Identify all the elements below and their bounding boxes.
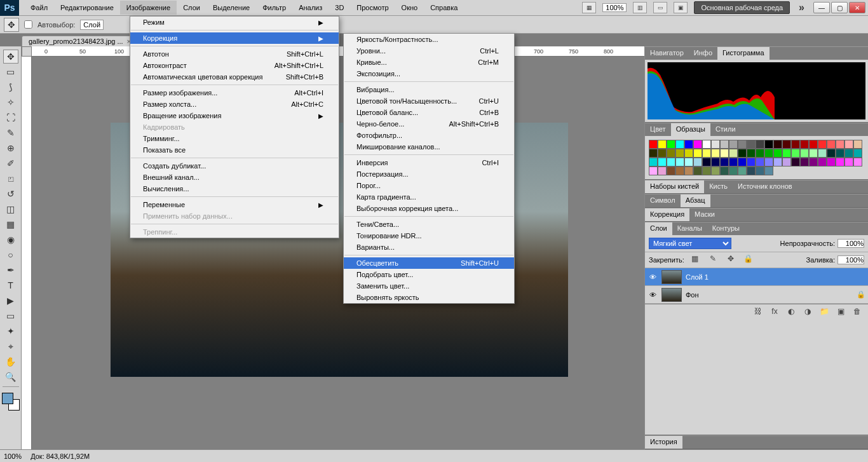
window-maximize-button[interactable]: ▢ xyxy=(831,2,848,13)
3d-tool[interactable]: ✦ xyxy=(3,324,18,338)
autoselect-field[interactable]: Слой xyxy=(80,20,104,30)
swatch[interactable] xyxy=(658,140,667,149)
swatch[interactable] xyxy=(693,149,702,158)
swatch[interactable] xyxy=(773,149,782,158)
layer-style-icon[interactable]: fx xyxy=(768,307,782,318)
menu-entry[interactable]: Тени/Света... xyxy=(344,219,514,230)
panel-tab[interactable]: Инфо xyxy=(689,47,717,60)
swatch[interactable] xyxy=(658,166,667,175)
foreground-color[interactable] xyxy=(2,393,13,404)
panel-tab[interactable]: Контуры xyxy=(707,222,745,235)
menu-entry[interactable]: Порог... xyxy=(344,180,514,191)
menu-entry[interactable]: Показать все xyxy=(130,144,339,156)
menu-entry[interactable]: Постеризация... xyxy=(344,168,514,180)
panel-tab[interactable]: Стили xyxy=(710,123,741,136)
menu-фильтр[interactable]: Фильтр xyxy=(256,1,292,15)
menu-entry[interactable]: Подобрать цвет... xyxy=(344,269,514,280)
menu-entry[interactable]: Размер изображения...Alt+Ctrl+I xyxy=(130,87,339,99)
menu-entry[interactable]: Варианты... xyxy=(344,241,514,253)
eyedropper-tool[interactable]: ✎ xyxy=(3,126,18,140)
swatch[interactable] xyxy=(844,140,853,149)
window-close-button[interactable]: ✕ xyxy=(849,2,865,13)
delete-layer-icon[interactable]: 🗑 xyxy=(850,307,864,318)
swatch[interactable] xyxy=(702,149,711,158)
swatch[interactable] xyxy=(791,158,800,166)
lock-transparency-icon[interactable]: ▦ xyxy=(688,254,702,266)
panel-tab[interactable]: Источник клонов xyxy=(733,180,797,193)
swatch[interactable] xyxy=(738,140,747,149)
swatch[interactable] xyxy=(756,158,764,166)
swatch[interactable] xyxy=(711,158,720,166)
swatch[interactable] xyxy=(675,140,684,149)
swatch[interactable] xyxy=(747,158,756,166)
swatch[interactable] xyxy=(747,166,756,175)
swatch[interactable] xyxy=(667,140,675,149)
blend-mode-select[interactable]: Мягкий свет xyxy=(649,238,731,249)
menu-entry[interactable]: Тримминг... xyxy=(130,133,339,144)
swatch[interactable] xyxy=(844,149,853,158)
swatch[interactable] xyxy=(747,149,756,158)
swatch[interactable] xyxy=(827,149,836,158)
swatch[interactable] xyxy=(711,149,720,158)
swatch[interactable] xyxy=(827,140,836,149)
document-tab[interactable]: gallery_promo21348423.jpg ... × xyxy=(22,36,138,46)
fill-field[interactable] xyxy=(837,255,864,264)
swatch[interactable] xyxy=(738,166,747,175)
move-tool[interactable]: ✥ xyxy=(3,50,18,64)
menu-entry[interactable]: Цветовой тон/Насыщенность...Ctrl+U xyxy=(344,95,514,107)
swatch[interactable] xyxy=(836,149,844,158)
panel-tab[interactable]: Цвет xyxy=(645,123,671,136)
menu-entry[interactable]: Выровнять яркость xyxy=(344,292,514,303)
menu-entry[interactable]: АвтотонShift+Ctrl+L xyxy=(130,48,339,60)
swatch[interactable] xyxy=(836,140,844,149)
swatch[interactable] xyxy=(667,158,675,166)
swatch[interactable] xyxy=(764,140,773,149)
toolbar-icon[interactable]: ▥ xyxy=(633,2,647,13)
swatch[interactable] xyxy=(667,149,675,158)
menu-entry[interactable]: АвтоконтрастAlt+Shift+Ctrl+L xyxy=(130,60,339,71)
menu-entry[interactable]: Экспозиция... xyxy=(344,68,514,79)
zoom-field[interactable]: 100% xyxy=(602,3,627,12)
menu-окно[interactable]: Окно xyxy=(395,1,424,15)
swatch[interactable] xyxy=(756,166,764,175)
swatch[interactable] xyxy=(756,149,764,158)
swatch[interactable] xyxy=(649,140,658,149)
swatch[interactable] xyxy=(649,149,658,158)
swatch[interactable] xyxy=(702,158,711,166)
menu-entry[interactable]: Режим▶ xyxy=(130,17,339,28)
layer-mask-icon[interactable]: ◐ xyxy=(784,307,798,318)
swatch[interactable] xyxy=(756,140,764,149)
window-minimize-button[interactable]: — xyxy=(813,2,830,13)
swatch[interactable] xyxy=(773,140,782,149)
toolbar-icon[interactable]: ▦ xyxy=(582,2,596,13)
panel-tab[interactable]: Навигатор xyxy=(645,47,689,60)
swatch[interactable] xyxy=(702,140,711,149)
menu-просмотр[interactable]: Просмотр xyxy=(350,1,395,15)
menu-entry[interactable]: Микширование каналов... xyxy=(344,141,514,153)
menu-entry[interactable]: Вращение изображения▶ xyxy=(130,110,339,121)
swatch[interactable] xyxy=(773,158,782,166)
menu-файл[interactable]: Файл xyxy=(24,1,54,15)
panel-tab[interactable]: Образцы xyxy=(671,123,710,136)
menu-entry[interactable]: ИнверсияCtrl+I xyxy=(344,157,514,168)
swatch[interactable] xyxy=(667,166,675,175)
swatch[interactable] xyxy=(800,149,809,158)
opacity-field[interactable] xyxy=(837,239,864,248)
swatch[interactable] xyxy=(818,158,827,166)
hand-tool[interactable]: ✋ xyxy=(3,355,18,369)
panel-tab[interactable]: Абзац xyxy=(681,194,710,207)
swatch[interactable] xyxy=(711,166,720,175)
menu-entry[interactable]: Вибрация... xyxy=(344,84,514,95)
swatch[interactable] xyxy=(711,140,720,149)
menu-entry[interactable]: Автоматическая цветовая коррекцияShift+C… xyxy=(130,71,339,83)
swatch[interactable] xyxy=(827,158,836,166)
type-tool[interactable]: T xyxy=(3,278,18,292)
lasso-tool[interactable]: ⟆ xyxy=(3,80,18,94)
gradient-tool[interactable]: ▦ xyxy=(3,217,18,231)
swatch[interactable] xyxy=(675,166,684,175)
menu-entry[interactable]: Размер холста...Alt+Ctrl+C xyxy=(130,99,339,110)
swatch[interactable] xyxy=(658,149,667,158)
menu-entry[interactable]: Черно-белое...Alt+Shift+Ctrl+B xyxy=(344,118,514,130)
menu-entry[interactable]: Коррекция▶ xyxy=(130,32,339,44)
swatch[interactable] xyxy=(853,149,862,158)
